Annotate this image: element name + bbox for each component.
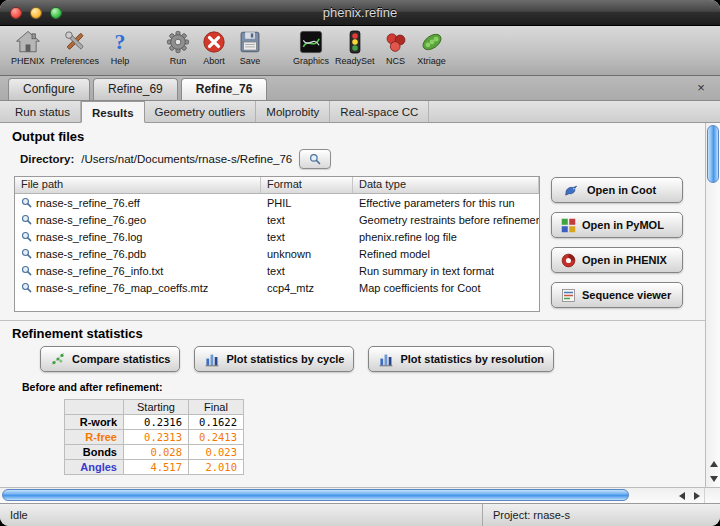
compare-statistics-button[interactable]: Compare statistics	[40, 346, 180, 372]
column-header-data-type[interactable]: Data type	[353, 177, 539, 193]
vertical-scrollbar[interactable]	[705, 123, 720, 487]
sequence-viewer-button[interactable]: Sequence viewer	[551, 282, 683, 308]
toolbar-button-save[interactable]: Save	[232, 28, 268, 66]
preview-file-icon[interactable]	[21, 197, 32, 208]
tab-run-status[interactable]: Run status	[5, 101, 81, 122]
vertical-scrollbar-arrows	[706, 456, 720, 486]
phenix-logo-icon	[561, 253, 576, 268]
project-status: Project: rnase-s	[482, 504, 720, 526]
toolbar-button-phenix[interactable]: PHENIX	[8, 28, 48, 66]
open-in-phenix-button[interactable]: Open in PHENIX	[551, 247, 683, 273]
file-data-type: Map coefficients for Coot	[353, 282, 539, 294]
file-name: rnase-s_refine_76_map_coeffs.mtz	[36, 282, 208, 294]
button-label: Open in PyMOL	[582, 219, 664, 231]
close-button[interactable]	[10, 7, 22, 19]
close-tab-icon[interactable]: ×	[694, 81, 708, 94]
table-row[interactable]: rnase-s_refine_76.pdb unknown Refined mo…	[15, 245, 539, 262]
pymol-icon	[561, 218, 576, 233]
file-data-type: phenix.refine log file	[353, 231, 539, 243]
open-in-pymol-button[interactable]: Open in PyMOL	[551, 212, 683, 238]
directory-browse-button[interactable]	[299, 149, 331, 169]
toolbar-label: ReadySet	[335, 56, 375, 66]
output-files-table: File path Format Data type rnase-s_refin…	[14, 176, 540, 312]
tab-real-space-cc[interactable]: Real-space CC	[330, 101, 429, 122]
down-arrow-icon	[710, 476, 718, 482]
horizontal-scrollbar-arrows	[674, 488, 704, 503]
toolbar-button-abort[interactable]: Abort	[196, 28, 232, 66]
preview-file-icon[interactable]	[21, 265, 32, 276]
stats-row-label: Angles	[65, 460, 123, 474]
readyset-traffic-light-icon	[341, 28, 369, 56]
abort-icon	[200, 28, 228, 56]
toolbar-button-ncs[interactable]: NCS	[378, 28, 414, 66]
preview-file-icon[interactable]	[21, 231, 32, 242]
table-row[interactable]: rnase-s_refine_76_info.txt text Run summ…	[15, 262, 539, 279]
directory-path: /Users/nat/Documents/rnase-s/Refine_76	[81, 153, 292, 165]
zoom-button[interactable]	[50, 7, 62, 19]
tab-refine-76[interactable]: Refine_76	[181, 78, 268, 100]
toolbar-button-graphics[interactable]: Graphics	[290, 28, 332, 66]
directory-label: Directory:	[20, 153, 74, 165]
plot-statistics-by-cycle-button[interactable]: Plot statistics by cycle	[194, 346, 354, 372]
column-header-format[interactable]: Format	[261, 177, 353, 193]
statistics-buttons-row: Compare statistics Plot statistics by cy…	[40, 346, 695, 372]
before-after-table: Starting Final R-work 0.2316 0.1622 R-fr…	[64, 399, 244, 475]
open-in-coot-button[interactable]: Open in Coot	[551, 177, 683, 203]
scrollbar-corner	[704, 488, 720, 504]
before-after-label: Before and after refinement:	[22, 381, 695, 393]
results-panel: Output files Directory: /Users/nat/Docum…	[0, 123, 720, 487]
coot-bird-icon	[561, 183, 581, 198]
preview-file-icon[interactable]	[21, 214, 32, 225]
button-label: Plot statistics by resolution	[400, 353, 544, 365]
preview-file-icon[interactable]	[21, 282, 32, 293]
scroll-left-button[interactable]	[674, 488, 689, 503]
open-buttons-column: Open in Coot Open in PyMOL Open in PHENI…	[551, 177, 683, 312]
titlebar: phenix.refine	[0, 0, 720, 26]
scroll-right-button[interactable]	[689, 488, 704, 503]
stats-value-starting: 4.517	[124, 460, 188, 474]
scroll-down-button[interactable]	[706, 471, 720, 486]
left-arrow-icon	[679, 492, 685, 500]
file-format: ccp4_mtz	[261, 282, 353, 294]
minimize-button[interactable]	[30, 7, 42, 19]
vertical-scrollbar-thumb[interactable]	[707, 125, 719, 183]
toolbar-button-readyset[interactable]: ReadySet	[332, 28, 378, 66]
toolbar-label: Graphics	[293, 56, 329, 66]
toolbar-label: Run	[170, 56, 187, 66]
app-window: phenix.refine PHENIX Preferences Help Ru…	[0, 0, 720, 526]
horizontal-scrollbar-track[interactable]	[0, 488, 674, 504]
tab-geometry-outliers[interactable]: Geometry outliers	[145, 101, 257, 122]
results-content: Output files Directory: /Users/nat/Docum…	[0, 123, 705, 487]
status-bar: Idle Project: rnase-s	[0, 503, 720, 526]
table-row[interactable]: rnase-s_refine_76.eff PHIL Effective par…	[15, 194, 539, 211]
tab-molprobity[interactable]: Molprobity	[256, 101, 330, 122]
section-divider	[0, 320, 705, 321]
toolbar-button-run[interactable]: Run	[160, 28, 196, 66]
tab-results[interactable]: Results	[81, 101, 145, 123]
preview-file-icon[interactable]	[21, 248, 32, 259]
bar-chart-icon	[204, 351, 220, 367]
table-row[interactable]: rnase-s_refine_76_map_coeffs.mtz ccp4_mt…	[15, 279, 539, 296]
tab-refine-69[interactable]: Refine_69	[93, 78, 178, 100]
column-header-file-path[interactable]: File path	[15, 177, 261, 193]
toolbar-button-help[interactable]: Help	[102, 28, 138, 66]
bar-chart-icon	[378, 351, 394, 367]
xtriage-icon	[418, 28, 446, 56]
toolbar-button-preferences[interactable]: Preferences	[48, 28, 103, 66]
stats-column-starting: Starting	[124, 400, 188, 414]
toolbar-label: Save	[240, 56, 261, 66]
scroll-up-button[interactable]	[706, 456, 720, 471]
toolbar-button-xtriage[interactable]: Xtriage	[414, 28, 450, 66]
table-row[interactable]: rnase-s_refine_76.log text phenix.refine…	[15, 228, 539, 245]
table-row[interactable]: rnase-s_refine_76.geo text Geometry rest…	[15, 211, 539, 228]
window-controls	[10, 7, 62, 19]
horizontal-scrollbar-thumb[interactable]	[2, 489, 629, 501]
plot-statistics-by-resolution-button[interactable]: Plot statistics by resolution	[368, 346, 554, 372]
tab-configure[interactable]: Configure	[8, 78, 90, 100]
file-name: rnase-s_refine_76.eff	[36, 197, 140, 209]
horizontal-scrollbar[interactable]	[0, 487, 720, 503]
stats-value-starting: 0.2316	[124, 415, 188, 429]
file-name: rnase-s_refine_76_info.txt	[36, 265, 163, 277]
button-label: Open in Coot	[587, 184, 656, 196]
file-name: rnase-s_refine_76.log	[36, 231, 142, 243]
